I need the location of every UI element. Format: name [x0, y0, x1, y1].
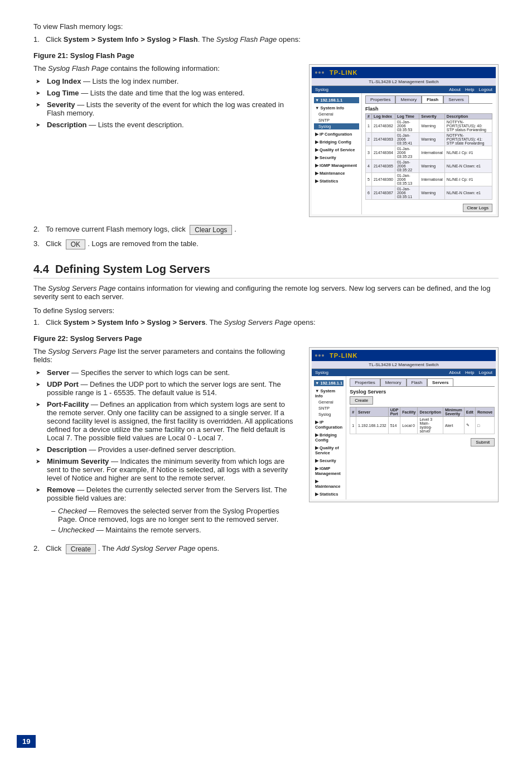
s-sidebar-security[interactable]: ▶ Security	[314, 458, 344, 464]
sidebar-maintenance[interactable]: ▶ Maintenance	[314, 170, 359, 176]
s-sidebar-maintenance[interactable]: ▶ Maintenance	[314, 478, 344, 489]
dot1	[315, 71, 317, 74]
cell: International	[419, 146, 445, 160]
s-nav-logout[interactable]: Logout	[479, 370, 492, 375]
servers-page-intro: The Syslog Servers Page list the server …	[33, 347, 296, 364]
sidebar-security[interactable]: ▶ Security	[314, 155, 359, 161]
col-num: #	[366, 114, 372, 119]
s-sidebar-qos[interactable]: ▶ Quality of Service	[314, 445, 344, 456]
s-tab-servers[interactable]: Servers	[427, 378, 453, 386]
col-logindex: Log Index	[371, 114, 395, 119]
cell: 01-Jan-2006 03:35:11	[395, 186, 419, 200]
nav-help[interactable]: Help	[465, 87, 474, 92]
step-2-text: To remove current Flash memory logs, cli…	[46, 225, 236, 235]
figure-22-label: Figure 22: Syslog Servers Page	[33, 334, 499, 343]
s-sidebar-bridging[interactable]: ▶ Bridging Config	[314, 432, 344, 443]
syslog-nav-label-s: Syslog	[315, 370, 328, 375]
s-sidebar-general[interactable]: General	[314, 399, 344, 405]
create-button[interactable]: Create	[350, 396, 373, 405]
sidebar-192[interactable]: ▼ 192.168.1.1	[314, 97, 359, 103]
step-1-flash: 1. Click System > System Info > Syslog >…	[33, 35, 499, 44]
servers-step-1: 1. Click System > System Info > Syslog >…	[33, 318, 499, 326]
servers-bullet-remove: Remove — Deletes the currently selected …	[38, 486, 296, 502]
sidebar-igmp[interactable]: ▶ IGMP Management	[314, 162, 359, 169]
cell: 01-Jan-2006 03:35:13	[395, 173, 419, 186]
step-1-page-name: Syslog Flash Page	[216, 35, 277, 44]
servers-device-frame: TP-LINK TL-SL3428 L2 Management Switch S…	[309, 347, 499, 502]
cell: 214748364	[371, 146, 395, 160]
servers-section-title: Syslog Servers	[350, 389, 495, 395]
s-cell-remove[interactable]: □	[475, 417, 494, 434]
s-tab-flash[interactable]: Flash	[407, 378, 428, 386]
s-tab-memory[interactable]: Memory	[380, 378, 407, 386]
ok-inline-btn[interactable]: OK	[66, 239, 85, 249]
device-content-servers: Properties Memory Flash Servers Syslog S…	[346, 376, 498, 499]
col-description: Description	[444, 114, 492, 119]
tab-servers[interactable]: Servers	[443, 95, 469, 103]
create-inline-btn[interactable]: Create	[66, 544, 96, 554]
servers-bullet-description: Description — Provides a user-defined se…	[38, 445, 296, 454]
cell: 5	[366, 173, 372, 186]
s-sidebar-sntp[interactable]: SNTP	[314, 405, 344, 411]
cell: NL/NE-N Clown: e1	[444, 186, 492, 200]
sidebar-sysinfo[interactable]: ▼ System Info	[314, 105, 359, 111]
cell: 214748360	[371, 173, 395, 186]
cell: 01-Jan-2006 03:35:53	[395, 119, 419, 133]
remove-unchecked: Unchecked — Maintains the remote servers…	[51, 526, 296, 534]
sidebar-qos[interactable]: ▶ Quality of Service	[314, 147, 359, 153]
flash-bullet-logindex: Log Index — Lists the log index number.	[38, 77, 296, 85]
clear-logs-button[interactable]: Clear Logs	[463, 204, 492, 212]
cell: Warning	[419, 133, 445, 146]
sidebar-ipconfig[interactable]: ▶ IP Configuration	[314, 131, 359, 137]
figure-21-label: Figure 21: Syslog Flash Page	[33, 51, 499, 60]
device-content-flash: Properties Memory Flash Servers Flash # …	[362, 93, 496, 214]
device-header-servers: TP-LINK	[312, 350, 496, 361]
sidebar-statistics[interactable]: ▶ Statistics	[314, 178, 359, 184]
cell: 214748365	[371, 160, 395, 173]
cell: 01-Jan-2006 03:35:23	[395, 146, 419, 160]
sidebar-sntp[interactable]: SNTP	[314, 117, 359, 123]
step-2-flash: 2. To remove current Flash memory logs, …	[33, 225, 499, 235]
s-sidebar-192[interactable]: ▼ 192.168.1.1	[314, 380, 344, 386]
s-cell-edit[interactable]: ✎	[464, 417, 475, 434]
syslog-tabs-flash: Properties Memory Flash Servers	[365, 95, 492, 104]
nav-logout[interactable]: Logout	[479, 87, 492, 92]
s-sidebar-syslog[interactable]: Syslog	[314, 411, 344, 417]
s-tab-properties[interactable]: Properties	[350, 378, 380, 386]
flash-page-intro: The Syslog Flash Page contains the follo…	[33, 64, 296, 73]
sidebar-general[interactable]: General	[314, 111, 359, 117]
remove-checked: Checked — Removes the selected server fr…	[51, 507, 296, 523]
tab-flash[interactable]: Flash	[422, 95, 443, 103]
s-col-minseverity: Minimum Severity	[443, 407, 464, 417]
s-sidebar-statistics[interactable]: ▶ Statistics	[314, 491, 344, 497]
dot3	[322, 71, 324, 74]
device-body-servers: ▼ 192.168.1.1 ▼ System Info General SNTP…	[312, 376, 496, 499]
section-title: Defining System Log Servers	[55, 263, 210, 275]
add-syslog-page: Add Syslog Server Page	[117, 544, 196, 553]
s-sidebar-igmp[interactable]: ▶ IGMP Management	[314, 465, 344, 477]
s-col-remove: Remove	[475, 407, 494, 417]
clear-logs-inline-btn[interactable]: Clear Logs	[190, 225, 232, 235]
s-nav-about[interactable]: About	[449, 370, 461, 375]
s-nav-help[interactable]: Help	[465, 370, 474, 375]
submit-button[interactable]: Submit	[471, 438, 495, 446]
tab-properties[interactable]: Properties	[365, 95, 395, 103]
sidebar-syslog[interactable]: Syslog	[314, 123, 359, 129]
cell: Warning	[419, 119, 445, 133]
tab-memory[interactable]: Memory	[395, 95, 422, 103]
sidebar-bridging[interactable]: ▶ Bridging Config	[314, 139, 359, 145]
flash-bullet-description: Description — Lists the event descriptio…	[38, 121, 296, 129]
servers-step-1-text: Click System > System Info > Syslog > Se…	[46, 318, 316, 326]
section-44-heading: 4.4 Defining System Log Servers	[33, 263, 499, 278]
cell: NL/NE-I Cp: #1	[444, 173, 492, 186]
s-cell: 514	[388, 417, 400, 434]
servers-italic: Syslog Servers Page	[48, 284, 115, 292]
nav-about[interactable]: About	[449, 87, 461, 92]
flash-bullet-severity: Severity — Lists the severity of the eve…	[38, 100, 296, 117]
table-row: 4 214748365 01-Jan-2006 03:35:22 Warning…	[366, 160, 492, 173]
cell: NOTFYN-PORT(STATUS): 41: STP state Forwa…	[444, 133, 492, 146]
cell: 2	[366, 133, 372, 146]
table-row: 3 214748364 01-Jan-2006 03:35:23 Interna…	[366, 146, 492, 160]
s-sidebar-sysinfo[interactable]: ▼ System Info	[314, 388, 344, 399]
s-sidebar-ipconfig[interactable]: ▶ IP Configuration	[314, 419, 344, 430]
